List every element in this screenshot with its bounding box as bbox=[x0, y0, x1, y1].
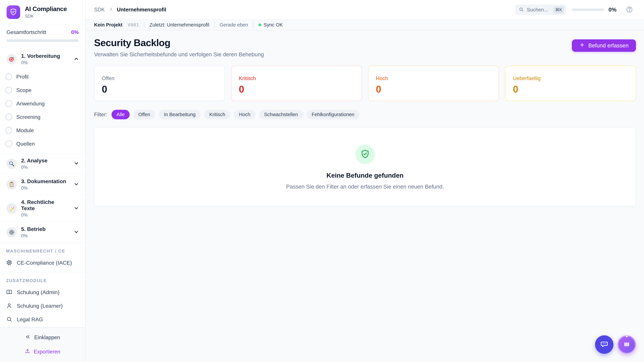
empty-state-title: Keine Befunde gefunden bbox=[326, 172, 404, 179]
brand-title: AI Compliance bbox=[25, 5, 67, 12]
version-tag: V001 bbox=[128, 22, 139, 27]
chevron-down-icon bbox=[74, 161, 79, 167]
overall-progress-label: Gesamtfortschritt bbox=[6, 29, 46, 35]
floating-actions bbox=[595, 335, 636, 354]
divider bbox=[144, 22, 144, 28]
phase-label: 4. Rechtliche Texte bbox=[21, 199, 69, 212]
page-title: Security Backlog bbox=[94, 37, 264, 48]
page-content: Security Backlog Verwalten Sie Sicherhei… bbox=[86, 30, 644, 362]
filter-bar: Filter: Alle Offen In Bearbeitung Kritis… bbox=[94, 110, 636, 119]
empty-state-subtitle: Passen Sie den Filter an oder erfassen S… bbox=[286, 184, 444, 190]
filter-chip-kritisch[interactable]: Kritisch bbox=[204, 110, 230, 119]
sidebar-phase-betrieb[interactable]: 5. Betrieb 0% bbox=[0, 222, 85, 243]
double-chevron-left-icon bbox=[25, 334, 30, 341]
last-updated: Gerade eben bbox=[220, 22, 248, 28]
collapse-sidebar-button[interactable]: Einklappen bbox=[22, 332, 63, 343]
search-input[interactable]: Suchen... ⌘K bbox=[515, 4, 566, 15]
sidebar-item-schulung-admin[interactable]: Schulung (Admin) bbox=[0, 286, 85, 299]
export-button[interactable]: Exportieren bbox=[22, 347, 64, 357]
stat-card-offen: Offen 0 bbox=[94, 66, 225, 101]
filter-chip-fehlkonfigurationen[interactable]: Fehlkonfigurationen bbox=[306, 110, 360, 119]
open-book-icon bbox=[6, 289, 12, 296]
sidebar-phase-dokumentation[interactable]: 3. Dokumentation 0% bbox=[0, 174, 85, 195]
page-header: Security Backlog Verwalten Sie Sicherhei… bbox=[94, 37, 636, 58]
sidebar-phase-vorbereitung[interactable]: 1. Vorbereitung 0% bbox=[0, 49, 85, 69]
sidebar-item-profil[interactable]: Profil bbox=[0, 70, 85, 83]
cpu-icon bbox=[6, 259, 12, 267]
sidebar-item-ce-compliance[interactable]: CE-Compliance (IACE) bbox=[0, 256, 85, 270]
step-radio-icon bbox=[5, 100, 12, 107]
step-radio-icon bbox=[5, 140, 12, 147]
help-button[interactable] bbox=[626, 6, 633, 13]
topbar-progress-value: 0% bbox=[608, 6, 616, 13]
magnifier-icon bbox=[6, 159, 17, 169]
chevron-down-icon bbox=[74, 181, 79, 188]
filter-chip-alle[interactable]: Alle bbox=[112, 110, 130, 119]
sidebar-item-module[interactable]: Module bbox=[0, 124, 85, 137]
sidebar-nav: 1. Vorbereitung 0% Profil Scope bbox=[0, 47, 85, 327]
phase-percent: 0% bbox=[21, 213, 69, 218]
empty-state-icon-circle bbox=[355, 145, 375, 164]
upload-icon bbox=[25, 349, 30, 355]
sync-ok-dot bbox=[258, 23, 261, 26]
filter-chip-hoch[interactable]: Hoch bbox=[234, 110, 256, 119]
filter-chip-offen[interactable]: Offen bbox=[133, 110, 155, 119]
divider bbox=[253, 22, 254, 28]
sync-status: Sync OK bbox=[258, 22, 283, 28]
phase-percent: 0% bbox=[21, 60, 69, 65]
filter-chip-in-bearbeitung[interactable]: In Bearbeitung bbox=[159, 110, 200, 119]
brand-text: AI Compliance SDK bbox=[25, 5, 67, 19]
breadcrumb-current: Unternehmensprofil bbox=[117, 7, 166, 13]
phase-percent: 0% bbox=[21, 165, 69, 170]
project-name: Kein Projekt bbox=[94, 22, 122, 28]
sidebar-item-scope[interactable]: Scope bbox=[0, 83, 85, 97]
person-icon bbox=[6, 303, 12, 310]
app-root: AI Compliance SDK Gesamtfortschritt 0% 1… bbox=[0, 0, 644, 362]
overall-progress-bar bbox=[6, 39, 79, 42]
kanban-board-fab-button[interactable] bbox=[618, 335, 636, 354]
step-radio-icon bbox=[5, 73, 12, 80]
search-icon bbox=[6, 316, 12, 323]
sidebar: AI Compliance SDK Gesamtfortschritt 0% 1… bbox=[0, 0, 86, 362]
sidebar-phase-analyse[interactable]: 2. Analyse 0% bbox=[0, 153, 85, 174]
sidebar-item-anwendung[interactable]: Anwendung bbox=[0, 97, 85, 110]
step-radio-icon bbox=[5, 114, 12, 120]
stat-card-ueberfaellig: Ueberfaellig 0 bbox=[505, 66, 636, 101]
topbar: SDK Unternehmensprofil Suchen... ⌘K 0% bbox=[86, 0, 644, 20]
step-radio-icon bbox=[5, 87, 12, 93]
question-circle-icon bbox=[626, 6, 633, 13]
chevron-down-icon bbox=[74, 229, 79, 236]
phase-percent: 0% bbox=[21, 186, 69, 191]
chevron-up-icon bbox=[74, 56, 79, 62]
breadcrumb-root[interactable]: SDK bbox=[94, 7, 105, 13]
filter-label: Filter: bbox=[94, 112, 107, 118]
step-radio-icon bbox=[5, 127, 12, 134]
sidebar-item-quellen[interactable]: Quellen bbox=[0, 137, 85, 150]
phase-label: 2. Analyse bbox=[21, 158, 69, 164]
section-header-zusatzmodule: ZUSATZMODULE bbox=[0, 272, 85, 286]
notification-dot bbox=[626, 336, 628, 337]
chat-fab-button[interactable] bbox=[595, 335, 614, 354]
shield-check-icon bbox=[360, 149, 370, 160]
phase-label: 3. Dokumentation bbox=[21, 178, 69, 185]
page-subtitle: Verwalten Sie Sicherheitsbefunde und ver… bbox=[94, 51, 264, 58]
plus-icon bbox=[579, 42, 585, 49]
sidebar-phase-rechtliche-texte[interactable]: 4. Rechtliche Texte 0% bbox=[0, 195, 85, 222]
sidebar-item-screening[interactable]: Screening bbox=[0, 110, 85, 124]
overall-progress: Gesamtfortschritt 0% bbox=[0, 24, 85, 47]
app-logo bbox=[6, 5, 20, 19]
sidebar-item-legal-rag[interactable]: Legal RAG bbox=[0, 313, 85, 326]
chevron-down-icon bbox=[74, 205, 79, 212]
stat-cards: Offen 0 Kritisch 0 Hoch 0 Ueberfaellig 0 bbox=[94, 66, 636, 101]
phase-label: 5. Betrieb bbox=[21, 226, 69, 232]
last-visited: Zuletzt: Unternehmensprofil bbox=[150, 22, 209, 28]
phase-subitems: Profil Scope Anwendung Screening Module bbox=[0, 69, 85, 153]
shield-check-icon bbox=[10, 8, 17, 16]
sidebar-item-schulung-learner[interactable]: Schulung (Learner) bbox=[0, 299, 85, 313]
search-icon bbox=[519, 7, 524, 12]
phase-label: 1. Vorbereitung bbox=[21, 53, 69, 59]
status-bar: Kein Projekt V001 Zuletzt: Unternehmensp… bbox=[86, 20, 644, 30]
filter-chip-schwachstellen[interactable]: Schwachstellen bbox=[259, 110, 303, 119]
gear-icon bbox=[6, 227, 17, 238]
add-finding-button[interactable]: Befund erfassen bbox=[572, 39, 636, 52]
